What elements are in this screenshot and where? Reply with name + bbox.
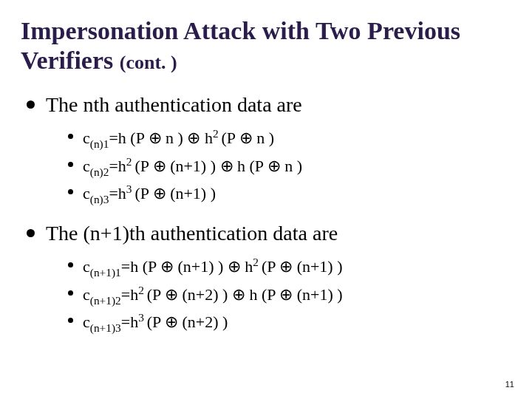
eq-cn3: c(n)3=h3 (P ⊕ (n+1) )	[68, 180, 511, 208]
title-cont: (cont. )	[120, 52, 177, 73]
section-nplus1: The (n+1)th authentication data are c(n+…	[27, 220, 511, 337]
section-nth-heading: The nth authentication data are	[46, 93, 302, 116]
eq-cn1: c(n)1=h (P ⊕ n ) ⊕ h2 (P ⊕ n )	[68, 125, 511, 153]
content-list: The nth authentication data are c(n)1=h …	[21, 92, 511, 337]
eq-cn2: c(n)2=h2 (P ⊕ (n+1) ) ⊕ h (P ⊕ n )	[68, 153, 511, 181]
slide: Impersonation Attack with Two Previous V…	[0, 0, 532, 399]
nth-items: c(n)1=h (P ⊕ n ) ⊕ h2 (P ⊕ n ) c(n)2=h2 …	[46, 125, 511, 208]
section-nplus1-heading: The (n+1)th authentication data are	[46, 222, 338, 245]
title-main: Impersonation Attack with Two Previous V…	[21, 17, 460, 74]
slide-title: Impersonation Attack with Two Previous V…	[21, 16, 511, 75]
eq-cn1p3: c(n+1)3=h3 (P ⊕ (n+2) )	[68, 309, 511, 337]
page-number: 11	[505, 380, 514, 389]
eq-cn1p2: c(n+1)2=h2 (P ⊕ (n+2) ) ⊕ h (P ⊕ (n+1) )	[68, 282, 511, 310]
nplus1-items: c(n+1)1=h (P ⊕ (n+1) ) ⊕ h2 (P ⊕ (n+1) )…	[46, 253, 511, 337]
eq-cn1p1: c(n+1)1=h (P ⊕ (n+1) ) ⊕ h2 (P ⊕ (n+1) )	[68, 253, 511, 282]
section-nth: The nth authentication data are c(n)1=h …	[27, 92, 511, 208]
